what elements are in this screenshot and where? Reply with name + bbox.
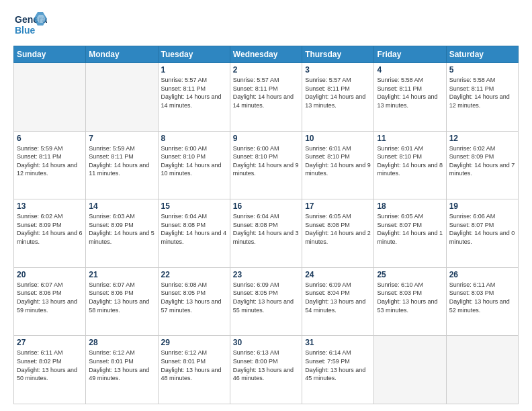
calendar-cell bbox=[374, 336, 446, 404]
calendar-cell: 10Sunrise: 6:01 AMSunset: 8:10 PMDayligh… bbox=[302, 131, 374, 199]
day-number: 7 bbox=[89, 134, 154, 143]
calendar-cell bbox=[14, 63, 86, 132]
day-number: 1 bbox=[161, 65, 227, 75]
day-info: Sunrise: 6:05 AMSunset: 8:08 PMDaylight:… bbox=[305, 212, 371, 246]
day-info: Sunrise: 6:04 AMSunset: 8:08 PMDaylight:… bbox=[233, 212, 299, 246]
calendar-cell: 22Sunrise: 6:08 AMSunset: 8:05 PMDayligh… bbox=[158, 267, 230, 336]
day-info: Sunrise: 6:10 AMSunset: 8:03 PMDaylight:… bbox=[377, 281, 443, 314]
day-number: 29 bbox=[161, 338, 227, 347]
day-number: 27 bbox=[17, 338, 83, 347]
weekday-header-friday: Friday bbox=[374, 46, 446, 63]
calendar-cell: 18Sunrise: 6:05 AMSunset: 8:07 PMDayligh… bbox=[374, 199, 446, 268]
day-number: 25 bbox=[377, 270, 443, 279]
calendar-cell: 30Sunrise: 6:13 AMSunset: 8:00 PMDayligh… bbox=[230, 336, 302, 404]
day-number: 17 bbox=[305, 201, 371, 211]
day-info: Sunrise: 6:01 AMSunset: 8:10 PMDaylight:… bbox=[305, 144, 371, 178]
calendar-cell: 23Sunrise: 6:09 AMSunset: 8:05 PMDayligh… bbox=[230, 267, 302, 336]
calendar-cell: 14Sunrise: 6:03 AMSunset: 8:09 PMDayligh… bbox=[86, 199, 158, 268]
calendar-body: 1Sunrise: 5:57 AMSunset: 8:11 PMDaylight… bbox=[14, 63, 519, 404]
calendar-cell bbox=[86, 63, 158, 132]
day-info: Sunrise: 5:58 AMSunset: 8:11 PMDaylight:… bbox=[377, 76, 443, 109]
day-number: 28 bbox=[89, 338, 154, 347]
day-info: Sunrise: 6:08 AMSunset: 8:05 PMDaylight:… bbox=[161, 281, 227, 314]
day-info: Sunrise: 6:00 AMSunset: 8:10 PMDaylight:… bbox=[233, 144, 299, 178]
calendar-cell: 6Sunrise: 5:59 AMSunset: 8:11 PMDaylight… bbox=[14, 131, 86, 199]
day-number: 16 bbox=[233, 201, 299, 211]
svg-text:Blue: Blue bbox=[15, 25, 36, 36]
day-number: 3 bbox=[305, 65, 371, 75]
calendar-cell: 4Sunrise: 5:58 AMSunset: 8:11 PMDaylight… bbox=[374, 63, 446, 132]
day-number: 10 bbox=[305, 134, 371, 143]
day-info: Sunrise: 5:58 AMSunset: 8:11 PMDaylight:… bbox=[449, 76, 515, 109]
day-info: Sunrise: 6:02 AMSunset: 8:09 PMDaylight:… bbox=[17, 212, 83, 246]
day-info: Sunrise: 6:11 AMSunset: 8:03 PMDaylight:… bbox=[449, 281, 515, 314]
weekday-header-wednesday: Wednesday bbox=[230, 46, 302, 63]
day-info: Sunrise: 6:01 AMSunset: 8:10 PMDaylight:… bbox=[377, 144, 443, 178]
weekday-header-row: SundayMondayTuesdayWednesdayThursdayFrid… bbox=[14, 46, 519, 63]
day-number: 26 bbox=[449, 270, 515, 279]
day-info: Sunrise: 6:00 AMSunset: 8:10 PMDaylight:… bbox=[161, 144, 227, 178]
day-number: 20 bbox=[17, 270, 83, 279]
day-number: 22 bbox=[161, 270, 227, 279]
day-info: Sunrise: 6:02 AMSunset: 8:09 PMDaylight:… bbox=[449, 144, 515, 178]
day-number: 31 bbox=[305, 338, 371, 347]
day-number: 30 bbox=[233, 338, 299, 347]
calendar-cell: 2Sunrise: 5:57 AMSunset: 8:11 PMDaylight… bbox=[230, 63, 302, 132]
calendar-cell: 16Sunrise: 6:04 AMSunset: 8:08 PMDayligh… bbox=[230, 199, 302, 268]
day-number: 4 bbox=[377, 65, 443, 75]
calendar-cell: 3Sunrise: 5:57 AMSunset: 8:11 PMDaylight… bbox=[302, 63, 374, 132]
calendar-cell: 5Sunrise: 5:58 AMSunset: 8:11 PMDaylight… bbox=[446, 63, 518, 132]
day-info: Sunrise: 6:11 AMSunset: 8:02 PMDaylight:… bbox=[17, 349, 83, 382]
calendar-cell: 13Sunrise: 6:02 AMSunset: 8:09 PMDayligh… bbox=[14, 199, 86, 268]
calendar-cell: 11Sunrise: 6:01 AMSunset: 8:10 PMDayligh… bbox=[374, 131, 446, 199]
day-info: Sunrise: 6:12 AMSunset: 8:01 PMDaylight:… bbox=[89, 349, 154, 382]
calendar-cell: 31Sunrise: 6:14 AMSunset: 7:59 PMDayligh… bbox=[302, 336, 374, 404]
day-number: 2 bbox=[233, 65, 299, 75]
day-number: 15 bbox=[161, 201, 227, 211]
calendar-cell: 24Sunrise: 6:09 AMSunset: 8:04 PMDayligh… bbox=[302, 267, 374, 336]
day-number: 9 bbox=[233, 134, 299, 143]
page: General Blue SundayMondayTuesdayWednesda… bbox=[0, 0, 532, 411]
calendar-table: SundayMondayTuesdayWednesdayThursdayFrid… bbox=[13, 46, 519, 404]
weekday-header-tuesday: Tuesday bbox=[158, 46, 230, 63]
calendar-cell: 15Sunrise: 6:04 AMSunset: 8:08 PMDayligh… bbox=[158, 199, 230, 268]
day-info: Sunrise: 6:06 AMSunset: 8:07 PMDaylight:… bbox=[449, 212, 515, 246]
calendar-cell: 8Sunrise: 6:00 AMSunset: 8:10 PMDaylight… bbox=[158, 131, 230, 199]
day-info: Sunrise: 6:03 AMSunset: 8:09 PMDaylight:… bbox=[89, 212, 154, 246]
calendar-cell: 1Sunrise: 5:57 AMSunset: 8:11 PMDaylight… bbox=[158, 63, 230, 132]
day-info: Sunrise: 6:05 AMSunset: 8:07 PMDaylight:… bbox=[377, 212, 443, 246]
calendar-cell: 26Sunrise: 6:11 AMSunset: 8:03 PMDayligh… bbox=[446, 267, 518, 336]
weekday-header-saturday: Saturday bbox=[446, 46, 518, 63]
logo: General Blue bbox=[13, 11, 47, 39]
calendar-cell: 17Sunrise: 6:05 AMSunset: 8:08 PMDayligh… bbox=[302, 199, 374, 268]
logo-svg: General Blue bbox=[13, 11, 47, 39]
calendar-cell: 19Sunrise: 6:06 AMSunset: 8:07 PMDayligh… bbox=[446, 199, 518, 268]
header: General Blue bbox=[13, 11, 519, 39]
day-number: 12 bbox=[449, 134, 515, 143]
day-info: Sunrise: 6:07 AMSunset: 8:06 PMDaylight:… bbox=[17, 281, 83, 314]
day-number: 8 bbox=[161, 134, 227, 143]
calendar-cell: 21Sunrise: 6:07 AMSunset: 8:06 PMDayligh… bbox=[86, 267, 158, 336]
calendar-cell: 27Sunrise: 6:11 AMSunset: 8:02 PMDayligh… bbox=[14, 336, 86, 404]
week-row-4: 20Sunrise: 6:07 AMSunset: 8:06 PMDayligh… bbox=[14, 267, 519, 336]
day-info: Sunrise: 5:59 AMSunset: 8:11 PMDaylight:… bbox=[17, 144, 83, 178]
calendar-cell: 9Sunrise: 6:00 AMSunset: 8:10 PMDaylight… bbox=[230, 131, 302, 199]
calendar-cell bbox=[446, 336, 518, 404]
day-info: Sunrise: 6:09 AMSunset: 8:05 PMDaylight:… bbox=[233, 281, 299, 314]
day-info: Sunrise: 6:09 AMSunset: 8:04 PMDaylight:… bbox=[305, 281, 371, 314]
week-row-1: 1Sunrise: 5:57 AMSunset: 8:11 PMDaylight… bbox=[14, 63, 519, 132]
day-number: 14 bbox=[89, 201, 154, 211]
day-info: Sunrise: 5:57 AMSunset: 8:11 PMDaylight:… bbox=[161, 76, 227, 109]
day-info: Sunrise: 6:07 AMSunset: 8:06 PMDaylight:… bbox=[89, 281, 154, 314]
day-number: 5 bbox=[449, 65, 515, 75]
day-number: 23 bbox=[233, 270, 299, 279]
weekday-header-monday: Monday bbox=[86, 46, 158, 63]
calendar-cell: 20Sunrise: 6:07 AMSunset: 8:06 PMDayligh… bbox=[14, 267, 86, 336]
day-number: 13 bbox=[17, 201, 83, 211]
calendar-cell: 25Sunrise: 6:10 AMSunset: 8:03 PMDayligh… bbox=[374, 267, 446, 336]
day-info: Sunrise: 6:12 AMSunset: 8:01 PMDaylight:… bbox=[161, 349, 227, 382]
week-row-5: 27Sunrise: 6:11 AMSunset: 8:02 PMDayligh… bbox=[14, 336, 519, 404]
calendar-cell: 28Sunrise: 6:12 AMSunset: 8:01 PMDayligh… bbox=[86, 336, 158, 404]
day-info: Sunrise: 5:59 AMSunset: 8:11 PMDaylight:… bbox=[89, 144, 154, 178]
day-info: Sunrise: 6:13 AMSunset: 8:00 PMDaylight:… bbox=[233, 349, 299, 382]
